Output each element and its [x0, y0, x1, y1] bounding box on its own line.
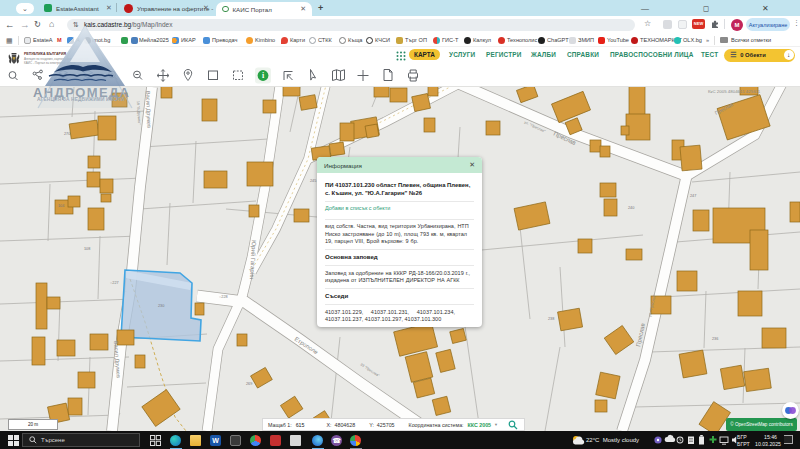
svg-text:245: 245	[310, 179, 316, 183]
svg-text:247: 247	[690, 194, 696, 198]
svg-text:238: 238	[548, 317, 554, 321]
svg-text:104: 104	[58, 204, 64, 208]
svg-text:236: 236	[712, 337, 718, 341]
svg-text:240: 240	[628, 206, 634, 210]
svg-text:270: 270	[64, 132, 70, 136]
svg-text:230: 230	[158, 304, 164, 308]
svg-text:108: 108	[84, 247, 90, 251]
svg-text:○228: ○228	[219, 295, 228, 299]
svg-text:269: 269	[246, 382, 252, 386]
svg-text:○227: ○227	[110, 281, 119, 285]
svg-text:КкС 2005 4804611 425611: КкС 2005 4804611 425611	[708, 89, 761, 94]
